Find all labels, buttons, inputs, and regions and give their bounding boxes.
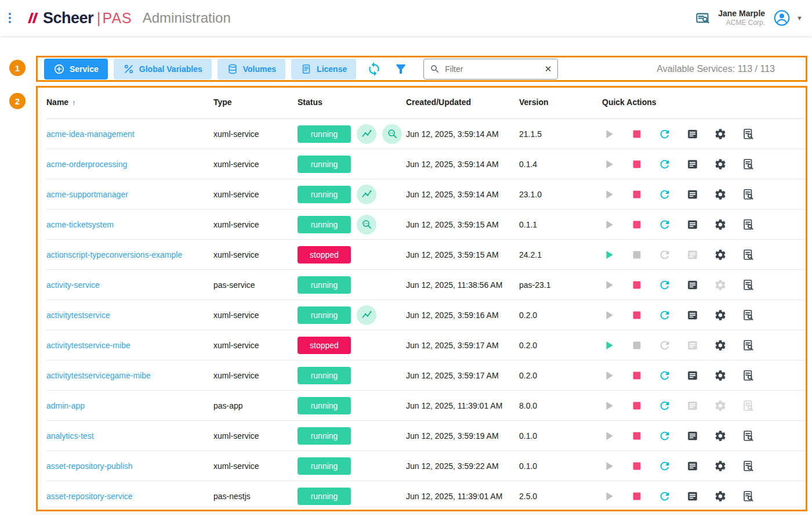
refresh-icon[interactable] (365, 60, 383, 78)
execution-log-button[interactable] (686, 278, 699, 292)
log-viewer-button[interactable] (741, 489, 755, 503)
log-viewer-button[interactable] (741, 127, 755, 141)
stop-button[interactable] (630, 127, 644, 141)
settings-gear-button[interactable] (713, 218, 727, 232)
service-version: 23.1.0 (519, 190, 602, 199)
restart-button[interactable] (658, 369, 672, 383)
settings-gear-button[interactable] (713, 489, 727, 503)
service-name-link[interactable]: activitytestservice-mibe (46, 341, 130, 350)
stop-button[interactable] (630, 369, 644, 383)
service-name-link[interactable]: acme-orderprocessing (46, 160, 127, 169)
logs-chip-button[interactable] (357, 215, 376, 234)
settings-gear-button[interactable] (713, 338, 727, 352)
execution-log-button[interactable] (686, 157, 699, 171)
restart-button[interactable] (658, 157, 672, 171)
settings-gear-button[interactable] (713, 429, 727, 443)
play-button[interactable] (602, 248, 616, 262)
execution-log-button[interactable] (686, 127, 699, 141)
column-header-version[interactable]: Version (519, 98, 602, 107)
stop-button[interactable] (630, 429, 644, 443)
execution-log-button[interactable] (686, 187, 699, 201)
account-avatar-icon[interactable] (773, 9, 791, 27)
created-updated: Jun 12, 2025, 11:39:01 AM (406, 401, 519, 410)
execution-log-button[interactable] (686, 429, 699, 443)
clear-filter-icon[interactable]: ✕ (545, 64, 552, 74)
volumes-tab-button[interactable]: Volumes (217, 59, 285, 80)
service-version: 0.1.0 (519, 431, 602, 441)
execution-log-button[interactable] (686, 308, 699, 322)
status-badge: running (298, 125, 351, 143)
column-header-quick-actions: Quick Actions (602, 98, 807, 107)
service-name-link[interactable]: admin-app (46, 401, 85, 410)
stop-button[interactable] (630, 157, 644, 171)
log-viewer-button[interactable] (741, 459, 755, 473)
service-tab-button[interactable]: Service (44, 59, 108, 80)
metrics-chip-button[interactable] (357, 305, 376, 325)
stop-button[interactable] (630, 399, 644, 413)
restart-button[interactable] (658, 489, 672, 503)
log-viewer-button[interactable] (741, 218, 755, 232)
log-viewer-button[interactable] (741, 187, 755, 201)
execution-log-button[interactable] (686, 218, 699, 232)
stop-button[interactable] (630, 278, 644, 292)
column-header-type[interactable]: Type (213, 98, 298, 107)
settings-gear-button[interactable] (713, 157, 727, 171)
restart-button[interactable] (658, 187, 672, 201)
execution-log-button[interactable] (686, 459, 699, 473)
settings-gear-button[interactable] (713, 459, 727, 473)
license-tab-button[interactable]: License (291, 59, 356, 80)
stop-button[interactable] (630, 187, 644, 201)
filter-funnel-icon[interactable] (392, 60, 409, 78)
play-button[interactable] (602, 338, 616, 352)
log-viewer-button[interactable] (741, 369, 755, 383)
log-viewer-button[interactable] (741, 278, 755, 292)
restart-button[interactable] (658, 308, 672, 322)
log-analyzer-icon[interactable] (695, 10, 710, 26)
column-header-status[interactable]: Status (298, 98, 406, 107)
execution-log-button[interactable] (686, 489, 699, 503)
restart-button[interactable] (658, 218, 672, 232)
log-viewer-button[interactable] (741, 248, 755, 262)
log-viewer-button[interactable] (741, 308, 755, 322)
column-header-created-updated[interactable]: Created/Updated (406, 98, 519, 107)
service-name-link[interactable]: analytics-test (46, 431, 94, 441)
logs-chip-button[interactable] (382, 124, 402, 144)
settings-gear-button[interactable] (713, 308, 727, 322)
service-name-link[interactable]: activitytestservicegame-mibe (46, 371, 151, 380)
service-name-link[interactable]: activitytestservice (46, 311, 110, 320)
service-name-link[interactable]: acme-supportmanager (46, 190, 128, 199)
service-name-link[interactable]: actionscript-typeconversions-example (46, 250, 182, 259)
log-viewer-button[interactable] (741, 157, 755, 171)
stop-button[interactable] (630, 489, 644, 503)
menu-kebab-icon[interactable] (9, 13, 11, 23)
column-header-name[interactable]: Name ↑ (46, 98, 213, 107)
log-viewer-button[interactable] (741, 429, 755, 443)
execution-log-button[interactable] (686, 369, 699, 383)
settings-gear-button[interactable] (713, 369, 727, 383)
restart-button[interactable] (658, 459, 672, 473)
service-name-link[interactable]: acme-ticketsystem (46, 220, 114, 229)
restart-button[interactable] (658, 127, 672, 141)
metrics-chip-button[interactable] (357, 185, 376, 204)
filter-input[interactable] (445, 64, 539, 74)
service-name-link[interactable]: asset-repository-service (46, 492, 133, 501)
restart-button[interactable] (658, 429, 672, 443)
stop-button[interactable] (630, 459, 644, 473)
settings-gear-button[interactable] (713, 127, 727, 141)
service-version: 2.5.0 (519, 492, 602, 501)
service-name-link[interactable]: activity-service (46, 280, 100, 290)
restart-button[interactable] (658, 278, 672, 292)
service-name-link[interactable]: asset-repository-publish (46, 461, 133, 471)
metrics-chip-button[interactable] (357, 124, 376, 144)
settings-gear-button[interactable] (713, 187, 727, 201)
settings-gear-button[interactable] (713, 248, 727, 262)
global-variables-tab-button[interactable]: Global Variables (114, 59, 212, 80)
play-button (602, 278, 616, 292)
service-name-link[interactable]: acme-idea-management (46, 129, 135, 139)
chevron-down-icon[interactable]: ▼ (796, 15, 803, 21)
log-viewer-button[interactable] (741, 338, 755, 352)
stop-button[interactable] (630, 218, 644, 232)
service-type: xuml-service (213, 431, 298, 441)
stop-button[interactable] (630, 308, 644, 322)
restart-button[interactable] (658, 399, 672, 413)
